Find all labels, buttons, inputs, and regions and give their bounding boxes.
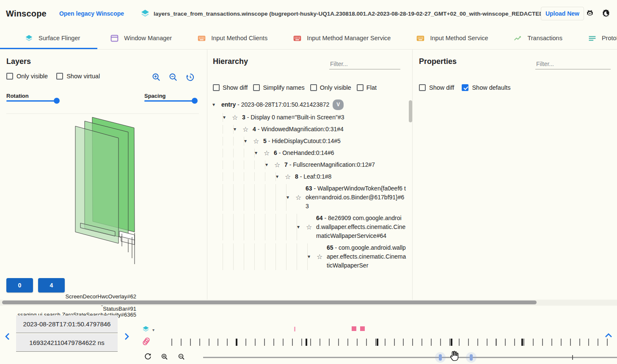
properties-filter-input[interactable] (535, 59, 611, 69)
zoom-slider-right-handle[interactable] (470, 354, 473, 361)
collapse-arrow-icon[interactable] (234, 125, 242, 134)
trace-selector-caret-icon[interactable] (152, 328, 154, 332)
timestamp-human-input[interactable] (16, 315, 118, 333)
transition-marker[interactable] (352, 326, 356, 331)
tree-node-label: 65 - com.google.android.wallpaper.effect… (327, 243, 406, 270)
bold-tick[interactable] (521, 339, 523, 346)
tab-transactions[interactable]: Transactions (501, 27, 575, 49)
tree-row-6[interactable]: 6 - OneHanded:0:14#6 (212, 149, 406, 157)
bug-report-icon[interactable] (585, 8, 595, 19)
bold-tick[interactable] (236, 339, 237, 346)
collapse-arrow-icon[interactable] (265, 160, 274, 169)
collapse-arrow-icon[interactable] (276, 172, 285, 181)
timestamp-ns-input[interactable] (16, 334, 118, 352)
collapse-arrow-icon[interactable] (297, 223, 306, 232)
zoom-out-icon[interactable] (168, 72, 178, 83)
tab-input-method-manager-service[interactable]: Input Method Manager Service (280, 27, 403, 49)
pin-star-icon[interactable] (285, 172, 295, 181)
tree-row-64[interactable]: 64 - 8e26909 com.google.android.wallpape… (212, 214, 406, 240)
rotation-slider-thumb[interactable] (54, 98, 60, 104)
tab-input-method-service[interactable]: Input Method Service (403, 27, 501, 49)
pin-star-icon[interactable] (242, 125, 253, 134)
flat-checkbox[interactable] (357, 84, 364, 91)
transition-marker[interactable] (294, 327, 295, 331)
loaded-trace-file: layers_trace_from_transactions.winscope … (140, 8, 541, 19)
bold-tick[interactable] (377, 339, 378, 346)
tree-row-63[interactable]: 63 - WallpaperWindowToken{fa0eef6 token=… (212, 184, 406, 211)
only-visible-checkbox[interactable] (310, 84, 317, 91)
tree-row-entry[interactable]: entry - 2023-08-28T17:01:50.421423872V (212, 99, 406, 110)
show-virtual-label: Show virtual (66, 73, 100, 80)
upload-new-button[interactable]: Upload New (541, 7, 584, 20)
collapse-arrow-icon[interactable] (308, 252, 317, 261)
tree-row-3[interactable]: 3 - Display 0 name="Built-in Screen"#3 (212, 113, 406, 122)
layers-icon[interactable] (142, 325, 150, 333)
trace-file-name: layers_trace_from_transactions.winscope … (154, 11, 541, 17)
rotation-slider-label: Rotation (6, 93, 29, 99)
timeline-panel (0, 306, 617, 364)
flat-label: Flat (366, 84, 377, 91)
collapse-arrow-icon[interactable] (212, 100, 221, 109)
layer-label[interactable]: ScreenDecorHwcOverlay#62 (6, 293, 136, 300)
tab-surface-flinger[interactable]: Surface Flinger (0, 27, 97, 49)
dark-mode-icon[interactable] (601, 8, 611, 19)
pin-star-icon[interactable] (232, 113, 242, 122)
show-virtual-checkbox[interactable] (56, 73, 63, 80)
show-defaults-checkbox[interactable] (462, 84, 468, 91)
pin-star-icon[interactable] (317, 252, 327, 261)
display-button-4[interactable]: 4 (38, 278, 65, 292)
restore-view-icon[interactable] (185, 72, 195, 83)
pin-star-icon[interactable] (274, 160, 284, 169)
open-legacy-link[interactable]: Open legacy Winscope (59, 10, 124, 17)
bold-tick[interactable] (306, 339, 307, 346)
layers-checkboxes: Only visible Show virtual (6, 73, 100, 80)
collapse-arrow-icon[interactable] (255, 149, 264, 157)
layers-3d-scene[interactable] (0, 110, 207, 271)
only-visible-label: Only visible (17, 73, 48, 80)
tree-row-7[interactable]: 7 - FullscreenMagnification:0:12#7 (212, 160, 406, 169)
spacing-slider-thumb[interactable] (192, 98, 198, 104)
spacing-slider[interactable] (144, 100, 197, 102)
bold-tick[interactable] (451, 339, 452, 346)
slider-tick (572, 355, 573, 360)
horizontal-scrollbar-thumb[interactable] (2, 301, 537, 304)
tree-node-label: 3 - Display 0 name="Built-in Screen"#3 (242, 113, 344, 122)
collapse-arrow-icon[interactable] (244, 137, 253, 146)
prev-entry-chevron-icon[interactable] (4, 332, 11, 341)
collapse-arrow-icon[interactable] (286, 193, 295, 202)
collapse-arrow-icon[interactable] (223, 113, 232, 122)
expand-timeline-chevron-icon[interactable] (604, 333, 613, 339)
tree-row-65[interactable]: 65 - com.google.android.wallpaper.effect… (212, 243, 406, 270)
simplify-names-checkbox[interactable] (253, 84, 260, 91)
only-visible-checkbox[interactable] (6, 73, 13, 80)
show-diff-checkbox[interactable] (419, 84, 426, 91)
tree-row-4[interactable]: 4 - WindowedMagnification:0:31#4 (212, 125, 406, 134)
zoom-in-icon[interactable] (151, 72, 161, 83)
hierarchy-filter-input[interactable] (329, 59, 400, 69)
pin-star-icon[interactable] (306, 223, 316, 232)
zoom-out-icon[interactable] (178, 353, 185, 362)
zoom-in-icon[interactable] (161, 353, 168, 362)
tree-row-5[interactable]: 5 - HideDisplayCutout:0:14#5 (212, 137, 406, 146)
pin-star-icon[interactable] (253, 137, 263, 146)
refresh-icon[interactable] (144, 353, 152, 362)
tree-node-label: 7 - FullscreenMagnification:0:12#7 (284, 160, 375, 169)
tab-input-method-clients[interactable]: Input Method Clients (185, 27, 280, 49)
rotation-slider[interactable] (6, 100, 59, 102)
horizontal-scrollbar-track[interactable] (0, 300, 617, 306)
tab-window-manager[interactable]: Window Manager (97, 27, 185, 49)
layers-panel: Layers Only visible Show virtual Rotatio… (0, 50, 207, 301)
transition-marker[interactable] (360, 326, 365, 331)
tab-protolog[interactable]: ProtoLog (575, 27, 617, 49)
rings-icon[interactable] (142, 337, 151, 346)
show-diff-checkbox[interactable] (213, 84, 220, 91)
next-entry-chevron-icon[interactable] (123, 332, 130, 341)
timeline-zoom-slider[interactable] (203, 357, 617, 358)
trace-entries-ruler[interactable] (171, 339, 616, 346)
pin-star-icon[interactable] (295, 193, 306, 202)
tree-scrollbar[interactable] (409, 100, 412, 122)
display-button-0[interactable]: 0 (6, 278, 33, 292)
zoom-slider-left-handle[interactable] (439, 354, 442, 361)
pin-star-icon[interactable] (264, 149, 274, 157)
tree-row-8[interactable]: 8 - Leaf:0:1#8 (212, 172, 406, 181)
